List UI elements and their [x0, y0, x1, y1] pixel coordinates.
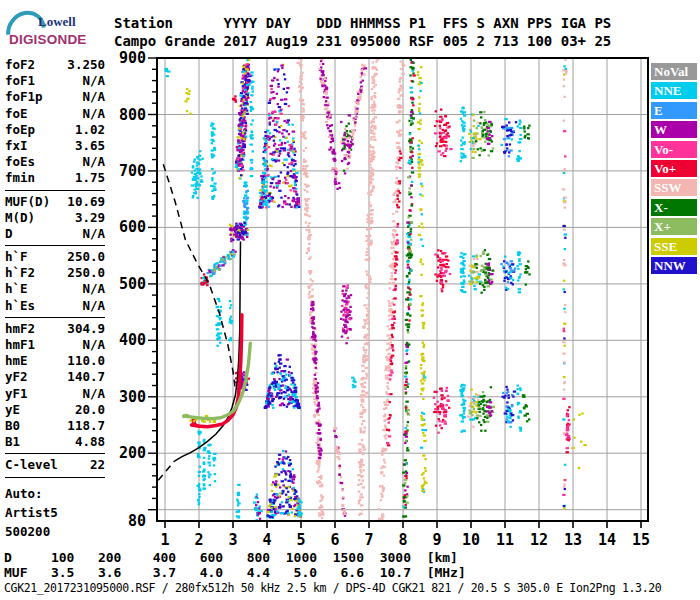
svg-text:9: 9 — [432, 531, 441, 549]
svg-text:600: 600 — [119, 218, 146, 236]
doppler-direction-legend: NoValNNEEWVo-Vo+SSWX-X+SSENNW — [651, 63, 698, 276]
svg-text:6: 6 — [330, 531, 339, 549]
svg-text:3: 3 — [228, 531, 237, 549]
legend-item-x: X- — [651, 199, 697, 216]
svg-text:13: 13 — [564, 531, 582, 549]
svg-text:300: 300 — [119, 388, 146, 406]
svg-text:80: 80 — [128, 512, 146, 530]
svg-text:15: 15 — [632, 531, 650, 549]
svg-text:8: 8 — [398, 531, 407, 549]
digisonde-ionogram-page: Lowell DIGISONDE Station YYYY DAY DDD HH… — [0, 0, 700, 600]
svg-text:7: 7 — [364, 531, 373, 549]
svg-text:800: 800 — [119, 106, 146, 124]
profile-extrapolation — [158, 461, 174, 480]
legend-item-x: X+ — [651, 218, 697, 235]
legend-item-w: W — [651, 121, 697, 138]
legend-item-nnw: NNW — [651, 257, 697, 274]
svg-text:14: 14 — [598, 531, 616, 549]
file-info-footer: CGK21_2017231095000.RSF / 280fx512h 50 k… — [4, 581, 661, 595]
svg-text:900: 900 — [119, 49, 146, 67]
svg-text:1: 1 — [160, 531, 169, 549]
grid — [157, 58, 648, 521]
legend-item-vo: Vo+ — [651, 160, 697, 177]
svg-text:2: 2 — [194, 531, 203, 549]
legend-item-ssw: SSW — [651, 179, 697, 196]
echo-scatter — [158, 57, 587, 521]
legend-item-sse: SSE — [651, 238, 697, 255]
svg-text:12: 12 — [530, 531, 548, 549]
ionogram-plot: 1234567891011121314159008007006005004003… — [0, 0, 700, 600]
svg-text:400: 400 — [119, 331, 146, 349]
legend-item-e: E — [651, 102, 697, 119]
distance-row: D 100 200 400 600 800 1000 1500 3000 [km… — [4, 550, 458, 565]
svg-text:500: 500 — [119, 275, 146, 293]
svg-text:10: 10 — [462, 531, 480, 549]
legend-item-vo: Vo- — [651, 141, 697, 158]
svg-text:200: 200 — [119, 444, 146, 462]
svg-text:4: 4 — [262, 531, 271, 549]
muf-row: MUF 3.5 3.6 3.7 4.0 4.4 5.0 6.6 10.7 [MH… — [4, 565, 466, 580]
svg-text:700: 700 — [119, 162, 146, 180]
legend-item-noval: NoVal — [651, 63, 697, 80]
svg-text:11: 11 — [496, 531, 514, 549]
svg-text:5: 5 — [296, 531, 305, 549]
legend-item-nne: NNE — [651, 82, 697, 99]
